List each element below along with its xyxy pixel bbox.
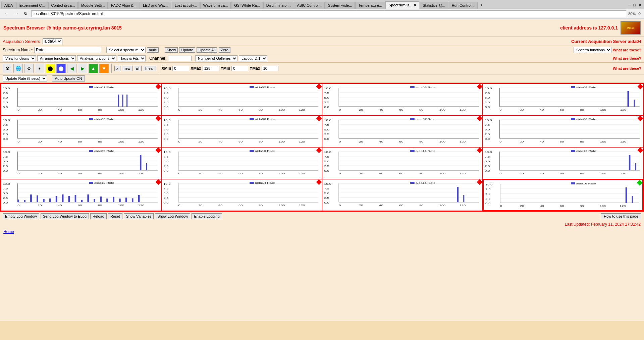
maximize-button[interactable]: □ <box>633 3 636 7</box>
chart-cell-aida11[interactable]: 10.07.55.02.50.0020406080100120aida11 Ra… <box>322 147 483 179</box>
blue-circle-icon[interactable]: ⬤ <box>56 64 66 73</box>
chart-cell-aida10[interactable]: 10.07.55.02.50.0020406080100120aida10 Ra… <box>161 147 322 179</box>
reset-button[interactable]: Reset <box>108 213 122 219</box>
tab-led[interactable]: LED and Wav... <box>140 2 171 9</box>
tab-statistics[interactable]: Statistics @... <box>420 2 448 9</box>
tab-temperature[interactable]: Temperature... <box>355 2 385 9</box>
spectrum-name-input[interactable] <box>34 47 101 53</box>
tab-system[interactable]: System wide... <box>325 2 355 9</box>
update-all-button[interactable]: Update All <box>197 47 217 53</box>
empty-log-button[interactable]: Empty Log Window <box>3 213 39 219</box>
select-spectrum-dropdown[interactable]: Select a spectrum <box>106 47 146 53</box>
update-rate-dropdown[interactable]: Update Rate (8 secs) <box>3 75 47 81</box>
svg-text:60: 60 <box>560 205 564 208</box>
chart-cell-aida02[interactable]: 10.07.55.02.50.0020406080100120aida02 Ra… <box>161 83 322 115</box>
tab-fadc[interactable]: FADC Align &... <box>108 2 140 9</box>
reload-nav-button[interactable]: ↻ <box>22 10 29 17</box>
chart-cell-aida08[interactable]: 10.07.55.02.50.0020406080100120aida08 Ra… <box>483 115 643 147</box>
tab-gsi[interactable]: GSI White Ra... <box>231 2 263 9</box>
tags-fits-dropdown[interactable]: Tags & Fits <box>118 55 146 61</box>
all-button[interactable]: all <box>134 66 142 71</box>
tab-experiment[interactable]: Experiment C... <box>16 2 48 9</box>
enable-logging-button[interactable]: Enable Logging <box>192 213 222 219</box>
yellow-circle-icon[interactable]: ⬤ <box>46 64 55 73</box>
chart-cell-aida01[interactable]: 10.07.55.02.50.0020406080100120aida01 Ra… <box>1 83 161 115</box>
new-button[interactable]: new <box>122 66 132 71</box>
arrange-functions-dropdown[interactable]: Arrange functions <box>37 55 76 61</box>
close-button[interactable]: ✕ <box>638 3 641 7</box>
back-button[interactable]: ← <box>3 10 10 17</box>
reload-button[interactable]: Reload <box>90 213 107 219</box>
chart-cell-aida03[interactable]: 10.07.55.02.50.0020406080100120aida03 Ra… <box>322 83 483 115</box>
tab-aida[interactable]: AIDA <box>1 2 16 9</box>
auto-update-button[interactable]: Auto Update ON <box>52 75 85 81</box>
chart-cell-aida07[interactable]: 10.07.55.02.50.0020406080100120aida07 Ra… <box>322 115 483 147</box>
zero-button[interactable]: Zero <box>219 47 230 53</box>
svg-rect-89 <box>571 86 575 88</box>
svg-text:0: 0 <box>499 172 501 175</box>
show-log-button[interactable]: Show Log Window <box>155 213 190 219</box>
chart-cell-aida06[interactable]: 10.07.55.02.50.0020406080100120aida06 Ra… <box>161 115 322 147</box>
acq-server-select[interactable]: aida04 <box>43 38 62 44</box>
chart-cell-aida04[interactable]: 10.07.55.02.50.0020406080100120aida04 Ra… <box>483 83 643 115</box>
tab-spectrum[interactable]: Spectrum B... ✕ <box>385 1 419 9</box>
cursor-icon[interactable]: ➧ <box>35 64 44 73</box>
chart-cell-aida13[interactable]: 10.07.55.02.50.0020406080100120aida13 Ra… <box>1 179 161 211</box>
xmin-input[interactable] <box>172 66 189 71</box>
tab-control[interactable]: Control @ca... <box>48 2 78 9</box>
chart-cell-aida14[interactable]: 10.07.55.02.50.0020406080100120aida14 Ra… <box>161 179 322 211</box>
number-galleries-dropdown[interactable]: Number of Galleries <box>195 55 237 61</box>
home-link[interactable]: Home <box>3 229 14 234</box>
analysis-functions-dropdown[interactable]: Analysis functions <box>77 55 116 61</box>
show-button[interactable]: Show <box>165 47 178 53</box>
radiation-icon[interactable]: ☢ <box>3 64 12 73</box>
arrow-left-icon[interactable]: ◀ <box>67 64 76 73</box>
chart-cell-aida16[interactable]: 10.07.55.02.50.0020406080100120aida16 Ra… <box>483 179 643 211</box>
xmax-input[interactable] <box>203 66 219 71</box>
ymin-input[interactable] <box>231 66 248 71</box>
update-button[interactable]: Update <box>179 47 195 53</box>
tab-module[interactable]: Module Setti... <box>78 2 108 9</box>
chart-cell-aida05[interactable]: 10.07.55.02.50.0020406080100120aida05 Ra… <box>1 115 161 147</box>
minimize-button[interactable]: ─ <box>628 3 631 7</box>
chart-cell-aida12[interactable]: 10.07.55.02.50.0020406080100120aida12 Ra… <box>483 147 643 179</box>
tab-discriminator[interactable]: Discriminator... <box>263 2 294 9</box>
view-functions-dropdown[interactable]: View functions <box>3 55 36 61</box>
chart-cell-aida15[interactable]: 10.07.55.02.50.0020406080100120aida15 Ra… <box>322 179 483 211</box>
svg-text:80: 80 <box>259 140 263 143</box>
globe-icon[interactable]: 🌐 <box>13 64 23 73</box>
what-are-these-2[interactable]: What are these? <box>613 56 641 60</box>
svg-text:5.0: 5.0 <box>485 193 490 195</box>
up-arrow-icon[interactable]: ▲ <box>89 64 98 73</box>
layout-id-dropdown[interactable]: Layout ID:1 <box>239 55 267 61</box>
tab-lost[interactable]: Lost activity... <box>172 2 200 9</box>
spectra-functions-dropdown[interactable]: Spectra functions <box>574 47 611 53</box>
svg-text:aida12 Rate: aida12 Rate <box>576 150 596 153</box>
how-to-button[interactable]: How to use this page <box>601 213 641 219</box>
channel-input[interactable] <box>168 56 192 61</box>
show-variables-button[interactable]: Show Variables <box>124 213 154 219</box>
down-arrow-icon[interactable]: ▼ <box>99 64 109 73</box>
what-are-these-1[interactable]: What are these? <box>613 48 641 52</box>
channel-label: Channel: <box>149 56 166 61</box>
svg-text:100: 100 <box>118 172 124 175</box>
what-are-these-3[interactable]: What are these? <box>613 66 641 70</box>
svg-text:100: 100 <box>439 109 445 111</box>
tab-waveform[interactable]: Waveform ca... <box>200 2 231 9</box>
url-input[interactable]: localhost:8015/Spectrum/Spectrum.tml <box>31 10 626 17</box>
forward-button[interactable]: → <box>12 10 20 17</box>
arrow-right-icon[interactable]: ▶ <box>78 64 87 73</box>
tab-asic[interactable]: ASIC Control... <box>294 2 324 9</box>
ymax-input[interactable] <box>262 66 278 71</box>
x-button[interactable]: x <box>114 66 120 71</box>
bookmark-icon[interactable]: ☆ <box>638 11 641 16</box>
tab-add-button[interactable]: + <box>478 2 485 8</box>
svg-rect-115 <box>162 116 321 143</box>
tab-run-control[interactable]: Run Control... <box>449 2 478 9</box>
send-log-button[interactable]: Send Log Window to ELog <box>41 213 89 219</box>
linear-button[interactable]: linear <box>143 66 156 71</box>
chart-cell-aida09[interactable]: 10.07.55.02.50.0020406080100120aida09 Ra… <box>1 147 161 179</box>
svg-text:60: 60 <box>560 140 564 143</box>
settings-icon[interactable]: ⚙ <box>24 64 34 73</box>
multi-button[interactable]: multi <box>147 47 159 53</box>
